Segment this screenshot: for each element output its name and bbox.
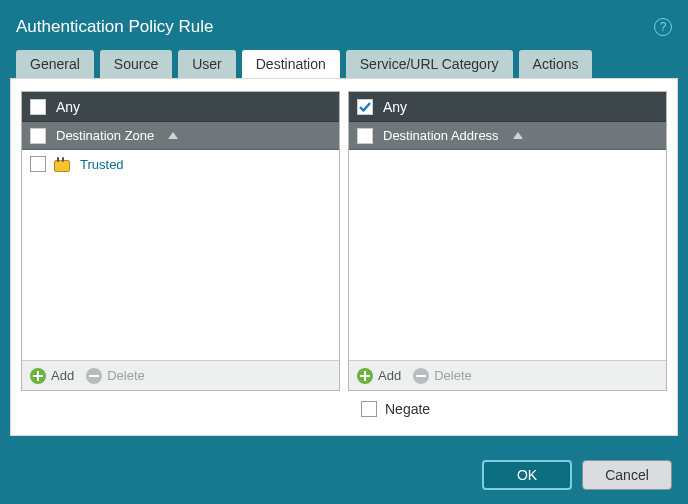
sort-ascending-icon [168,132,178,139]
add-label-left: Add [51,368,74,383]
tab-content: Any Destination Zone Trusted [10,78,678,436]
column-label-right: Destination Address [383,128,499,143]
add-button-left[interactable]: Add [30,368,74,384]
column-header-right[interactable]: Destination Address [349,122,666,150]
tab-general[interactable]: General [16,50,94,78]
tab-source[interactable]: Source [100,50,172,78]
zone-icon [54,157,72,171]
tab-actions[interactable]: Actions [519,50,593,78]
delete-label-right: Delete [434,368,472,383]
dialog-title: Authentication Policy Rule [16,17,214,37]
tab-service-url-category[interactable]: Service/URL Category [346,50,513,78]
destination-address-panel: Any Destination Address Add [348,91,667,391]
select-all-checkbox-right[interactable] [357,128,373,144]
any-checkbox-right[interactable] [357,99,373,115]
column-label-left: Destination Zone [56,128,154,143]
panels: Any Destination Zone Trusted [21,91,667,391]
address-list [349,150,666,360]
tabstrip: General Source User Destination Service/… [0,50,688,78]
negate-label: Negate [385,401,430,417]
any-header-right: Any [349,92,666,122]
select-all-checkbox-left[interactable] [30,128,46,144]
negate-row: Negate [361,401,661,417]
dialog-window: Authentication Policy Rule ? General Sou… [0,0,688,504]
negate-checkbox[interactable] [361,401,377,417]
cancel-button[interactable]: Cancel [582,460,672,490]
any-header-left: Any [22,92,339,122]
table-row[interactable]: Trusted [22,150,339,178]
delete-label-left: Delete [107,368,145,383]
any-label-left: Any [56,99,80,115]
row-label: Trusted [80,157,124,172]
destination-zone-panel: Any Destination Zone Trusted [21,91,340,391]
sort-ascending-icon [513,132,523,139]
panel-footer-right: Add Delete [349,360,666,390]
row-checkbox[interactable] [30,156,46,172]
titlebar: Authentication Policy Rule ? [0,0,688,44]
column-header-left[interactable]: Destination Zone [22,122,339,150]
minus-icon [413,368,429,384]
ok-button[interactable]: OK [482,460,572,490]
delete-button-left[interactable]: Delete [86,368,145,384]
plus-icon [357,368,373,384]
add-button-right[interactable]: Add [357,368,401,384]
dialog-buttons: OK Cancel [482,460,672,490]
zone-list: Trusted [22,150,339,360]
add-label-right: Add [378,368,401,383]
panel-footer-left: Add Delete [22,360,339,390]
plus-icon [30,368,46,384]
tab-user[interactable]: User [178,50,236,78]
minus-icon [86,368,102,384]
delete-button-right[interactable]: Delete [413,368,472,384]
any-label-right: Any [383,99,407,115]
help-icon[interactable]: ? [654,18,672,36]
any-checkbox-left[interactable] [30,99,46,115]
tab-destination[interactable]: Destination [242,50,340,78]
